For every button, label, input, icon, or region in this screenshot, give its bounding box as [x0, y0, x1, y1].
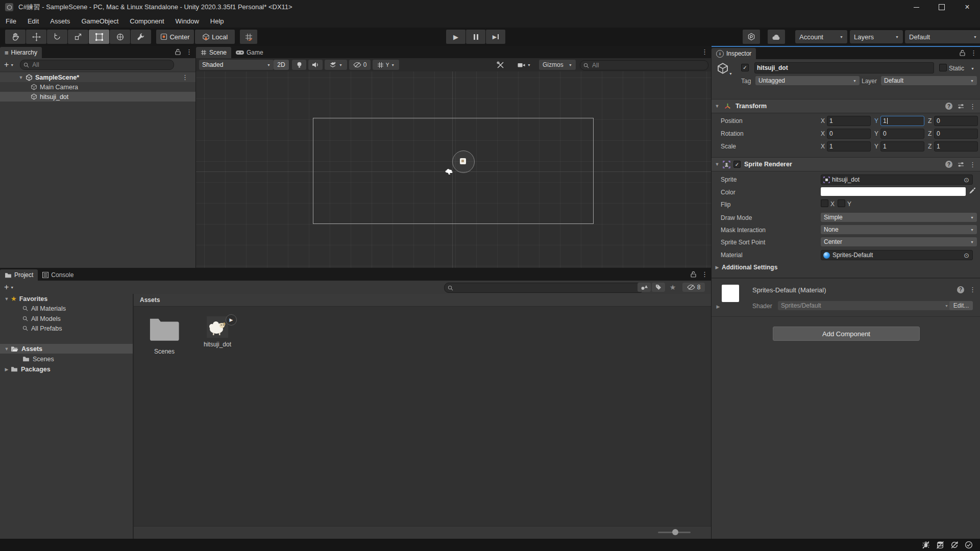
kebab-menu-icon[interactable]: ⋮ [186, 48, 192, 56]
kebab-menu-icon[interactable]: ⋮ [969, 103, 976, 110]
kebab-menu-icon[interactable]: ⋮ [182, 73, 188, 81]
slider-knob[interactable] [672, 529, 678, 535]
create-dropdown-icon[interactable]: ▼ [10, 286, 14, 289]
orientation-toggle-button[interactable]: Local [195, 30, 235, 44]
menu-help[interactable]: Help [205, 14, 230, 28]
foldout-open-icon[interactable]: ▼ [4, 346, 9, 352]
tab-project[interactable]: Project [0, 269, 38, 281]
asset-play-badge[interactable]: ▶ [226, 314, 237, 325]
scene-viewport[interactable] [196, 71, 711, 268]
kebab-menu-icon[interactable]: ⋮ [701, 270, 708, 278]
presets-icon[interactable] [958, 161, 964, 168]
grid-visibility-button[interactable]: Y ▼ [373, 60, 399, 70]
help-icon[interactable]: ? [957, 286, 964, 293]
custom-tool-button[interactable] [131, 30, 151, 44]
menu-assets[interactable]: Assets [44, 14, 76, 28]
rect-tool-button[interactable] [89, 30, 109, 44]
additional-settings-foldout[interactable]: ▶ Additional Settings [712, 262, 980, 272]
scale-y-field[interactable]: 1 [880, 141, 924, 152]
static-checkbox[interactable] [939, 64, 947, 71]
foldout-open-icon[interactable]: ▼ [18, 75, 23, 80]
step-button[interactable]: ▶ [486, 30, 505, 44]
close-button[interactable]: × [954, 0, 980, 14]
search-by-label-button[interactable] [652, 283, 665, 292]
search-by-type-button[interactable] [638, 283, 651, 292]
flip-y-checkbox[interactable] [838, 199, 845, 207]
menu-file[interactable]: File [0, 14, 22, 28]
lighting-toggle-button[interactable] [292, 60, 306, 70]
play-button[interactable]: ▶ [446, 30, 465, 44]
account-dropdown[interactable]: Account ▼ [795, 30, 847, 43]
material-preview-swatch[interactable] [722, 285, 739, 302]
tab-console[interactable]: Console [38, 269, 78, 281]
asset-item-hitsuji-dot[interactable]: ▶ hitsuji_dot [194, 316, 241, 348]
asset-item-scenes[interactable]: Scenes [141, 316, 188, 355]
hierarchy-item-main-camera[interactable]: Main Camera [0, 82, 195, 92]
transform-header[interactable]: ▼ Transform ? ⋮ [712, 99, 980, 113]
hierarchy-search[interactable] [20, 60, 174, 70]
version-control-button[interactable] [743, 30, 760, 44]
static-dropdown-icon[interactable]: ▼ [971, 67, 974, 70]
favorites-root[interactable]: ▼ ★ Favorites [0, 294, 133, 304]
debugger-disabled-icon[interactable] [922, 541, 930, 549]
favorites-filter-button[interactable]: ★ [666, 283, 679, 292]
menu-window[interactable]: Window [170, 14, 205, 28]
favorite-all-materials[interactable]: All Materials [0, 304, 133, 313]
menu-gameobject[interactable]: GameObject [76, 14, 124, 28]
favorite-all-models[interactable]: All Models [0, 314, 133, 323]
scale-tool-button[interactable] [68, 30, 88, 44]
help-icon[interactable]: ? [945, 161, 952, 168]
position-z-field[interactable]: 0 [934, 116, 978, 126]
material-object-field[interactable]: Sprites-Default ⊙ [821, 250, 973, 260]
tab-hierarchy[interactable]: ≡ Hierarchy [0, 47, 42, 58]
hierarchy-search-input[interactable] [31, 61, 170, 69]
scene-tools-button[interactable] [491, 60, 509, 70]
object-picker-icon[interactable]: ⊙ [964, 176, 969, 184]
mask-interaction-dropdown[interactable]: None▼ [821, 225, 977, 234]
rotation-z-field[interactable]: 0 [934, 129, 978, 139]
maximize-button[interactable] [929, 0, 954, 14]
lock-icon[interactable] [691, 271, 696, 278]
layout-dropdown[interactable]: Default ▼ [905, 30, 980, 43]
progress-ok-icon[interactable] [965, 541, 973, 549]
help-icon[interactable]: ? [945, 103, 952, 110]
pivot-toggle-button[interactable]: Center [156, 30, 194, 44]
sprite-renderer-header[interactable]: ▼ ✓ Sprite Renderer ? ⋮ [712, 157, 980, 171]
hidden-packages-button[interactable]: 8 [682, 283, 705, 292]
rotation-x-field[interactable]: 0 [827, 129, 871, 139]
sprite-object-field[interactable]: hitsuji_dot ⊙ [821, 174, 973, 185]
minimize-button[interactable] [903, 0, 929, 14]
foldout-open-icon[interactable]: ▼ [4, 296, 9, 302]
create-button[interactable]: + [4, 60, 9, 69]
tab-game[interactable]: Game [231, 47, 268, 58]
layers-dropdown[interactable]: Layers ▼ [850, 30, 903, 43]
grid-snap-button[interactable] [240, 30, 257, 44]
flip-x-checkbox[interactable] [821, 199, 828, 207]
scene-search-input[interactable] [591, 61, 705, 69]
scale-x-field[interactable]: 1 [827, 141, 871, 152]
scale-z-field[interactable]: 1 [934, 141, 978, 152]
create-dropdown-icon[interactable]: ▼ [10, 63, 14, 67]
tab-scene[interactable]: Scene [196, 47, 231, 58]
scene-row[interactable]: ▼ SampleScene* ⋮ [0, 72, 195, 82]
tab-inspector[interactable]: i Inspector [712, 48, 756, 59]
kebab-menu-icon[interactable]: ⋮ [969, 161, 976, 168]
shading-mode-dropdown[interactable]: Shaded ▼ [199, 60, 274, 70]
tree-assets-root[interactable]: ▼ Assets [0, 344, 133, 354]
toggle-2d-button[interactable]: 2D [274, 60, 289, 70]
tree-packages-root[interactable]: ▶ Packages [0, 364, 133, 374]
tree-scenes-folder[interactable]: Scenes [0, 354, 133, 364]
auto-refresh-disabled-icon[interactable] [950, 541, 959, 549]
shader-dropdown[interactable]: Sprites/Default ▼ [778, 301, 951, 310]
cache-server-disabled-icon[interactable] [936, 541, 944, 549]
position-y-field[interactable]: 1 [880, 116, 924, 126]
audio-toggle-button[interactable] [308, 60, 323, 70]
create-button[interactable]: + [4, 283, 9, 292]
eyedropper-icon[interactable] [969, 187, 976, 194]
menu-component[interactable]: Component [124, 14, 169, 28]
gizmos-dropdown[interactable]: Gizmos ▼ [539, 60, 576, 70]
project-search-input[interactable] [455, 284, 641, 292]
add-component-button[interactable]: Add Component [773, 327, 920, 341]
kebab-menu-icon[interactable]: ⋮ [970, 49, 977, 57]
foldout-closed-icon[interactable]: ▶ [4, 367, 9, 372]
